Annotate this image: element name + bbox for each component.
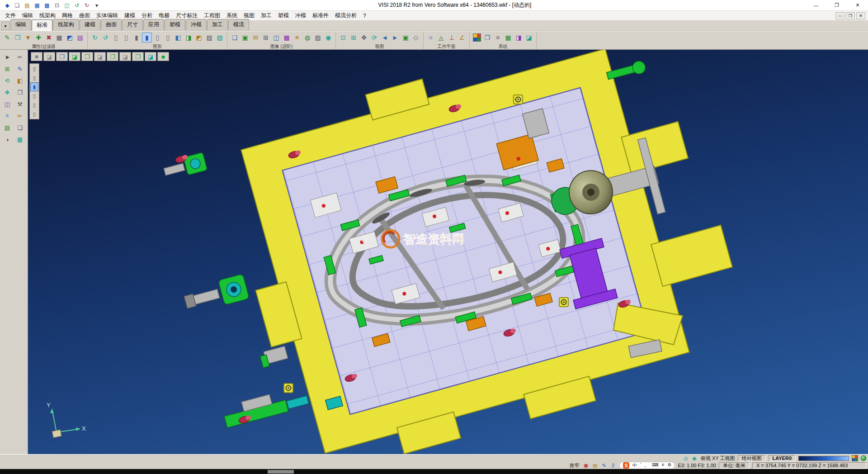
- ground-shadow-icon[interactable]: ▧: [215, 33, 225, 43]
- tab[interactable]: 冲模: [186, 19, 207, 30]
- select-icon[interactable]: ➤: [1, 52, 13, 62]
- snap-grid-icon[interactable]: ⊞: [1, 63, 13, 74]
- doc-minimize-button[interactable]: —: [835, 12, 844, 19]
- quick-access-more-icon[interactable]: ▾: [92, 1, 101, 9]
- depth-gradient-slider[interactable]: [798, 456, 849, 461]
- background-icon[interactable]: ▩: [282, 33, 292, 43]
- orient-sphere-icon[interactable]: ◉: [691, 455, 698, 461]
- wireframe-icon[interactable]: ▯: [111, 33, 121, 43]
- sketch-icon[interactable]: ✎: [14, 63, 26, 74]
- palette-icon[interactable]: [852, 455, 858, 461]
- new-file-icon[interactable]: ❏: [13, 1, 22, 9]
- rotate-icon[interactable]: ⟲: [1, 75, 13, 86]
- tab[interactable]: 加工: [207, 19, 228, 30]
- filter-remove-icon[interactable]: ✖: [44, 33, 54, 43]
- dimetric-view-icon[interactable]: ❒: [132, 52, 144, 61]
- snap-lock-icon[interactable]: ▣: [582, 462, 590, 469]
- move-icon[interactable]: ✥: [1, 87, 13, 98]
- redo-icon[interactable]: ↻: [82, 1, 91, 9]
- lock-label[interactable]: 拴牢: [570, 462, 580, 469]
- workplane-3pt-icon[interactable]: ◬: [436, 33, 446, 43]
- bottom-view-icon[interactable]: ◪: [119, 52, 131, 61]
- image-save-icon[interactable]: ▣: [240, 33, 250, 43]
- render-icon[interactable]: ▯: [152, 33, 162, 43]
- ime-logo-icon[interactable]: S: [623, 462, 629, 469]
- system-grid-icon[interactable]: ▦: [503, 33, 513, 43]
- shaded-edges-icon[interactable]: ▮: [142, 33, 152, 43]
- ime-item[interactable]: ʼ: [640, 462, 641, 469]
- refresh-icon[interactable]: ↻: [90, 33, 100, 43]
- menu-item[interactable]: 冲模: [292, 10, 309, 21]
- tab[interactable]: 建模: [80, 19, 100, 30]
- multi-view-icon[interactable]: ⊞: [261, 33, 271, 43]
- group-icon[interactable]: ❏: [14, 122, 26, 133]
- ime-item[interactable]: ⌨: [652, 462, 658, 469]
- menu-item[interactable]: ?: [360, 11, 369, 20]
- tab[interactable]: 标准: [32, 19, 52, 31]
- measure-icon[interactable]: ◧: [14, 75, 26, 86]
- ime-item[interactable]: ≡: [662, 462, 665, 469]
- 3d-viewport[interactable]: 智造资料网 Y X ≡◪❒◪❒◪❒◪❒◪■ ▯▯▮▯▯▯: [28, 50, 868, 454]
- ime-item[interactable]: 中: [632, 462, 637, 469]
- tab[interactable]: 尺寸: [122, 19, 143, 30]
- doc-close-button[interactable]: ✕: [856, 12, 865, 19]
- annotate-icon[interactable]: ✏: [14, 110, 26, 121]
- tab[interactable]: 塑模: [165, 19, 185, 30]
- tab[interactable]: 曲面: [101, 19, 122, 30]
- open-file-icon[interactable]: ▤: [23, 1, 32, 9]
- library-icon[interactable]: ▦: [14, 134, 26, 145]
- minimize-button[interactable]: —: [806, 0, 826, 10]
- edit-mode-icon[interactable]: ✎: [600, 462, 608, 469]
- view-page-icon[interactable]: ▯: [30, 109, 38, 118]
- next-view-icon[interactable]: ►: [390, 33, 400, 43]
- tab[interactable]: 模流: [228, 19, 249, 30]
- view-split-icon[interactable]: ◫: [271, 33, 281, 43]
- top-view-icon[interactable]: ◪: [69, 52, 80, 61]
- trim-icon[interactable]: ✂: [14, 52, 26, 62]
- tab[interactable]: 应用: [143, 19, 164, 30]
- dimension-icon[interactable]: ⌗: [1, 110, 13, 121]
- app-logo-icon[interactable]: ◆: [3, 1, 12, 9]
- close-button[interactable]: ✕: [847, 0, 868, 10]
- count-badge[interactable]: 2: [609, 462, 617, 469]
- perspective-icon[interactable]: ◇: [411, 33, 421, 43]
- curvature-icon[interactable]: ◩: [194, 33, 204, 43]
- ime-item[interactable]: 。: [644, 462, 649, 469]
- shaded-icon[interactable]: ▮: [132, 33, 142, 43]
- previous-view-icon[interactable]: ◄: [380, 33, 390, 43]
- front-view-icon[interactable]: ❒: [56, 52, 68, 61]
- rotate-view-icon[interactable]: ⟳: [369, 33, 379, 43]
- back-view-icon[interactable]: ❒: [107, 52, 118, 61]
- save-icon[interactable]: ▦: [33, 1, 42, 9]
- shaded-cube-icon[interactable]: ■: [157, 52, 169, 61]
- view-list-icon[interactable]: ≡: [31, 52, 42, 61]
- layer-filter-icon[interactable]: ▤: [75, 33, 85, 43]
- menu-item[interactable]: 模流分析: [332, 10, 360, 21]
- right-view-icon[interactable]: ◪: [94, 52, 106, 61]
- filter-funnel-icon[interactable]: ▼: [23, 33, 33, 43]
- system-window-icon[interactable]: ❐: [482, 33, 492, 43]
- system-list-icon[interactable]: ≡: [493, 33, 503, 43]
- color-palette-icon[interactable]: [473, 33, 481, 42]
- transparency-icon[interactable]: ▯: [163, 33, 173, 43]
- maximize-button[interactable]: ❐: [826, 0, 847, 10]
- copy-icon[interactable]: ❐: [14, 87, 26, 98]
- view-page-icon[interactable]: ▯: [30, 64, 38, 73]
- workplane-normal-icon[interactable]: ⊥: [447, 33, 457, 43]
- absolute-view-button[interactable]: 绝对视图: [738, 455, 766, 461]
- workplane-xy-icon[interactable]: ⌗: [426, 33, 436, 43]
- layers-icon[interactable]: ▤: [1, 122, 13, 133]
- shade-toggle-icon[interactable]: ◑: [1, 134, 13, 145]
- filter-add-icon[interactable]: ✚: [33, 33, 43, 43]
- zoom-window-icon[interactable]: ⊞: [349, 33, 359, 43]
- iso-view-icon[interactable]: ◪: [43, 52, 55, 61]
- menu-item[interactable]: 塑模: [275, 10, 292, 21]
- view-page-icon[interactable]: ▮: [30, 82, 38, 91]
- mirror-icon[interactable]: ◫: [1, 99, 13, 109]
- snapshot-icon[interactable]: ❏: [230, 33, 240, 43]
- undo-icon[interactable]: ↺: [72, 1, 81, 9]
- doc-restore-button[interactable]: ❐: [846, 12, 855, 19]
- save-all-icon[interactable]: ▩: [42, 1, 52, 9]
- zoom-all-icon[interactable]: ⊡: [338, 33, 348, 43]
- preview-icon[interactable]: ◫: [62, 1, 71, 9]
